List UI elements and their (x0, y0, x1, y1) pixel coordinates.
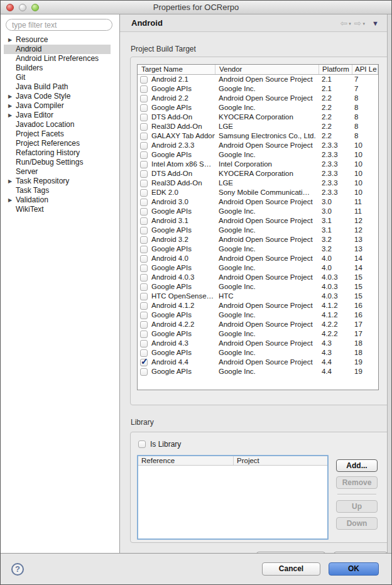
sidebar-item-java-compiler[interactable]: ▶ Java Compiler (4, 101, 111, 111)
forward-icon[interactable]: ⇨ (354, 19, 362, 28)
close-icon[interactable] (6, 4, 14, 11)
build-target-row[interactable]: Google APIs Google Inc. 4.0.3 15 (138, 282, 378, 292)
target-checkbox[interactable] (140, 104, 148, 112)
build-target-row[interactable]: Android 4.3 Android Open Source Project … (138, 339, 378, 348)
sidebar-item-android[interactable]: ▶ Android (4, 45, 111, 54)
target-checkbox[interactable] (140, 180, 148, 187)
build-target-row[interactable]: Android 3.1 Android Open Source Project … (138, 216, 378, 226)
build-target-row[interactable]: Google APIs Google Inc. 4.1.2 16 (138, 310, 378, 320)
target-checkbox[interactable] (140, 312, 148, 319)
remove-button[interactable]: Remove (336, 476, 378, 489)
sidebar-item-task-repository[interactable]: ▶ Task Repository (4, 177, 111, 186)
build-target-row[interactable]: Real3D Add-On LGE 2.2 8 (138, 122, 378, 131)
target-checkbox[interactable] (140, 321, 148, 329)
column-header-vendor[interactable]: Vendor (215, 65, 318, 74)
target-checkbox[interactable] (140, 265, 148, 272)
column-header-api-level[interactable]: API Le (352, 65, 378, 74)
cancel-button[interactable]: Cancel (262, 562, 320, 576)
build-target-row[interactable]: Android 2.3.3 Android Open Source Projec… (138, 141, 378, 150)
build-target-row[interactable]: Google APIs Google Inc. 4.0 14 (138, 263, 378, 273)
target-checkbox[interactable] (140, 302, 148, 310)
column-header-target-name[interactable]: Target Name (138, 65, 215, 74)
target-checkbox[interactable] (140, 76, 148, 84)
down-button[interactable]: Down (336, 517, 378, 530)
help-icon[interactable]: ? (11, 563, 24, 576)
target-checkbox[interactable] (140, 199, 148, 206)
add-button[interactable]: Add... (336, 459, 378, 472)
library-reference-list[interactable]: Reference Project (137, 455, 329, 540)
target-checkbox[interactable] (140, 331, 148, 338)
target-checkbox[interactable] (140, 142, 148, 150)
target-checkbox[interactable] (140, 95, 148, 102)
target-checkbox[interactable] (140, 161, 148, 168)
build-target-row[interactable]: Android 2.2 Android Open Source Project … (138, 94, 378, 103)
target-checkbox[interactable] (140, 133, 148, 140)
build-target-row[interactable]: GALAXY Tab Addon Samsung Electronics Co.… (138, 131, 378, 141)
expander-icon[interactable]: ▶ (8, 111, 12, 120)
target-checkbox[interactable] (140, 189, 148, 197)
build-target-row[interactable]: Android 4.2.2 Android Open Source Projec… (138, 320, 378, 329)
zoom-icon[interactable] (31, 4, 39, 11)
sidebar-item-java-code-style[interactable]: ▶ Java Code Style (4, 92, 111, 101)
sidebar-item-project-references[interactable]: ▶ Project References (4, 139, 111, 148)
sidebar-item-project-facets[interactable]: ▶ Project Facets (4, 129, 111, 139)
target-checkbox[interactable] (140, 170, 148, 178)
target-checkbox[interactable] (140, 227, 148, 234)
build-target-row[interactable]: Real3D Add-On LGE 2.3.3 10 (138, 178, 378, 188)
sidebar-item-task-tags[interactable]: ▶ Task Tags (4, 186, 111, 195)
build-target-row[interactable]: Android 4.1.2 Android Open Source Projec… (138, 301, 378, 310)
sidebar-item-javadoc-location[interactable]: ▶ Javadoc Location (4, 120, 111, 129)
build-target-row[interactable]: Google APIs Google Inc. 2.2 8 (138, 103, 378, 112)
forward-menu-caret-icon[interactable]: ▾ (363, 21, 366, 26)
build-target-row[interactable]: Android 4.4 Android Open Source Project … (138, 358, 378, 367)
target-checkbox[interactable] (140, 123, 148, 131)
sidebar-item-resource[interactable]: ▶ Resource (4, 35, 111, 45)
build-target-row[interactable]: Google APIs Google Inc. 2.3.3 10 (138, 150, 378, 160)
minimize-icon[interactable] (19, 4, 26, 11)
target-checkbox[interactable] (140, 151, 148, 159)
sidebar-item-builders[interactable]: ▶ Builders (4, 63, 111, 73)
build-target-row[interactable]: Android 4.0.3 Android Open Source Projec… (138, 273, 378, 282)
build-target-row[interactable]: Google APIs Google Inc. 2.1 7 (138, 84, 378, 94)
sidebar-item-run-debug-settings[interactable]: ▶ Run/Debug Settings (4, 158, 111, 167)
up-button[interactable]: Up (336, 500, 378, 513)
target-checkbox[interactable] (140, 217, 148, 225)
build-target-row[interactable]: Android 3.0 Android Open Source Project … (138, 197, 378, 207)
sidebar-item-java-build-path[interactable]: ▶ Java Build Path (4, 82, 111, 92)
target-checkbox[interactable] (140, 274, 148, 282)
target-checkbox[interactable] (140, 283, 148, 291)
sidebar-item-validation[interactable]: ▶ Validation (4, 195, 111, 205)
filter-input[interactable] (6, 19, 112, 31)
column-header-reference[interactable]: Reference (138, 456, 234, 465)
build-target-row[interactable]: Google APIs Google Inc. 4.2.2 17 (138, 329, 378, 339)
scrollbar-track[interactable] (387, 14, 391, 553)
build-target-row[interactable]: Android 4.0 Android Open Source Project … (138, 254, 378, 263)
target-checkbox[interactable] (140, 359, 148, 366)
apply-button[interactable]: Apply (334, 552, 388, 553)
target-checkbox[interactable] (140, 114, 148, 121)
sidebar-item-server[interactable]: ▶ Server (4, 167, 111, 177)
build-target-row[interactable]: Google APIs Google Inc. 3.1 12 (138, 226, 378, 235)
target-checkbox[interactable] (140, 236, 148, 244)
build-target-row[interactable]: EDK 2.0 Sony Mobile Communicati… 2.3.3 1… (138, 188, 378, 197)
target-checkbox[interactable] (140, 340, 148, 347)
ok-button[interactable]: OK (329, 562, 379, 576)
sidebar-item-wikitext[interactable]: ▶ WikiText (4, 205, 111, 214)
build-target-row[interactable]: DTS Add-On KYOCERA Corporation 2.3.3 10 (138, 169, 378, 178)
build-target-row[interactable]: DTS Add-On KYOCERA Corporation 2.2 8 (138, 112, 378, 122)
is-library-checkbox[interactable] (138, 440, 146, 448)
sidebar-item-android-lint-preferences[interactable]: ▶ Android Lint Preferences (4, 54, 111, 63)
target-checkbox[interactable] (140, 368, 148, 376)
build-target-row[interactable]: Android 2.1 Android Open Source Project … (138, 75, 378, 84)
expander-icon[interactable]: ▶ (8, 195, 12, 205)
back-menu-caret-icon[interactable]: ▾ (349, 21, 351, 26)
build-target-row[interactable]: Android 3.2 Android Open Source Project … (138, 235, 378, 244)
target-checkbox[interactable] (140, 85, 148, 93)
sidebar-item-java-editor[interactable]: ▶ Java Editor (4, 111, 111, 120)
build-target-row[interactable]: Google APIs Google Inc. 3.2 13 (138, 244, 378, 254)
expander-icon[interactable]: ▶ (8, 177, 12, 186)
restore-defaults-button[interactable]: Restore Defaults (256, 552, 325, 553)
column-header-project[interactable]: Project (234, 456, 327, 465)
expander-icon[interactable]: ▶ (8, 92, 12, 101)
target-checkbox[interactable] (140, 255, 148, 263)
